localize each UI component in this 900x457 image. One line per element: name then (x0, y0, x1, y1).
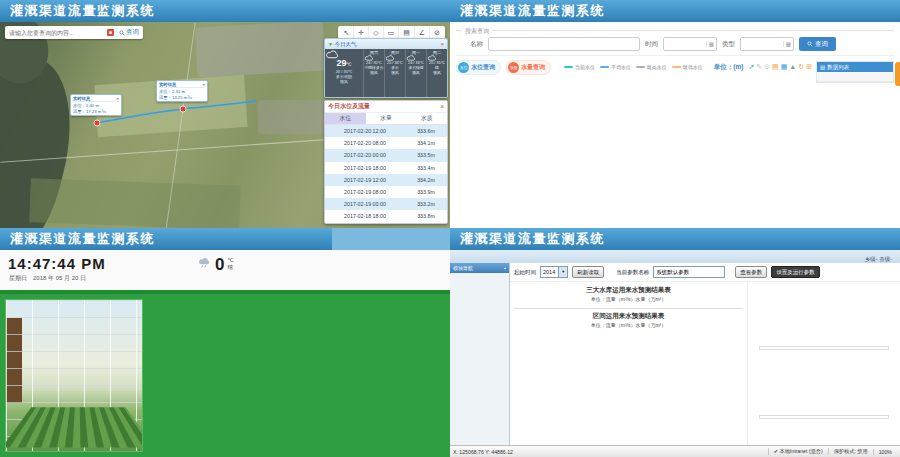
name-field-wrap (488, 37, 640, 51)
magnifier-icon (807, 41, 813, 47)
grid-view-icon[interactable]: ▦ (781, 63, 788, 71)
run-param-button[interactable]: 设置及运行参数 (771, 266, 820, 278)
search-fieldset: 搜索查询 名称 时间 ▦ 类型 ▦ 查询 (456, 30, 894, 56)
level-query-pill[interactable]: 水位 水位查询 (456, 60, 501, 75)
four-screen-dashboard: 灌溉渠道流量监测系统 查询 (0, 0, 900, 457)
pin-icon[interactable]: ▪ (504, 265, 506, 271)
forecast-day: 周六24 / 35℃小雨转多云微风 (363, 49, 384, 97)
chart-toolbar: ↗✎⊙▤▦▲↻⊞ (748, 63, 812, 71)
search-input[interactable] (7, 29, 105, 37)
outdoor-weather-desc: 晴 (227, 264, 233, 271)
reservoir-table-title: 三大水库运用来水预测结果表 (514, 286, 743, 295)
legend-marker (636, 66, 645, 68)
clock-date: 星期日 2018 年 05 月 20 日 (9, 274, 86, 283)
close-icon[interactable]: × (202, 82, 205, 87)
interval-table-title: 区间运用来水预测结果表 (514, 312, 743, 321)
table-row[interactable]: 2017-02-20 00:00333.5m (325, 149, 447, 161)
search-form-row: 名称 时间 ▦ 类型 ▦ 查询 (456, 36, 894, 56)
forecast-day: 周二25 / 35℃晴微风 (426, 49, 447, 97)
name-input[interactable] (489, 41, 639, 47)
legend-label: 平均水位 (611, 64, 631, 70)
weather-readout: 0 ℃ 晴 (198, 257, 234, 273)
station-callout[interactable]: 实时信息 × 水位：2.40 m 流量：17.23 m³/s (70, 94, 122, 116)
param-input[interactable] (653, 266, 725, 278)
page-title: 灌溉渠道流量监测系统 (10, 231, 155, 246)
table-row[interactable]: 2017-02-18 18:00333.8m (325, 210, 447, 222)
sidebar-title: 模块导航 (453, 265, 473, 271)
chart-legend: 当前水位平均水位最高水位最低水位 (564, 64, 703, 70)
table-row[interactable]: 2017-02-20 12:00333.6m (325, 125, 447, 137)
close-icon[interactable]: × (440, 103, 444, 110)
header-accent (332, 228, 450, 250)
search-button[interactable]: 查询 (116, 28, 141, 37)
table-view-icon[interactable]: ▤ (772, 63, 779, 71)
legend-item[interactable]: 平均水位 (600, 64, 631, 70)
sidebar-items (450, 273, 509, 277)
tab-水位[interactable]: 水位 (325, 113, 366, 124)
start-year-select[interactable]: 2014 ▼ (540, 266, 568, 278)
row-value: 333.5m (405, 152, 447, 158)
dropdown-icon[interactable]: ▦ (783, 41, 793, 47)
query-button-label: 查询 (815, 40, 828, 49)
row-value: 333.2m (405, 201, 447, 207)
station-marker[interactable] (180, 106, 186, 112)
table-row[interactable]: 2017-02-19 00:00333.2m (325, 198, 447, 210)
query-chart-screen: 灌溉渠道流量监测系统 搜索查询 名称 时间 ▦ 类型 ▦ 查询 (450, 0, 900, 228)
chart-area: 水位 水位查询 水量 水量查询 当前水位平均水位最高水位最低水位 单位：(m) … (456, 59, 894, 205)
target-icon[interactable]: ⊙ (764, 63, 770, 71)
weather-current: 29℃ 26 / 35℃ 多云转阴 微风 (325, 49, 363, 97)
side-panel-handle[interactable] (895, 62, 900, 86)
close-icon[interactable]: × (440, 41, 444, 47)
station-callout[interactable]: 实时信息 × 水位：2.31 m 流量：13.25 m³/s (156, 80, 208, 102)
bar-view-icon[interactable]: ▲ (789, 63, 796, 71)
volume-query-pill[interactable]: 水量 水量查询 (506, 60, 551, 75)
close-icon[interactable]: × (116, 96, 119, 101)
legend-item[interactable]: 当前水位 (564, 64, 595, 70)
data-list-header: ▤ 数据列表 (817, 62, 893, 72)
row-time: 2017-02-19 12:00 (325, 177, 405, 183)
table-row[interactable]: 2017-02-19 08:00333.9m (325, 186, 447, 198)
legend-label: 最低水位 (683, 64, 703, 70)
document-tabstrip: 乡级- 县级- (450, 250, 900, 264)
level-panel-title: 今日水位及流量 (328, 102, 370, 111)
status-protected-mode: 保护模式: 禁用 (828, 448, 873, 455)
status-zoom-level[interactable]: 100% (873, 449, 897, 455)
name-label: 名称 (470, 40, 483, 49)
legend-item[interactable]: 最高水位 (636, 64, 667, 70)
location-icon (107, 29, 114, 36)
type-label: 类型 (722, 40, 735, 49)
calendar-icon[interactable]: ▦ (706, 41, 716, 47)
edit-icon[interactable]: ✎ (756, 63, 762, 71)
reservoir-bar-chart (749, 284, 899, 346)
table-row[interactable]: 2017-02-20 08:00334.1m (325, 137, 447, 149)
table-row[interactable]: 2017-02-19 18:00333.4m (325, 162, 447, 174)
refresh-icon[interactable]: ↻ (798, 63, 804, 71)
level-panel-tabs: 水位水量水质 (325, 113, 447, 125)
query-button[interactable]: 查询 (799, 37, 836, 51)
report-content: 三大水库运用来水预测结果表 单位：流量（m³/s）水量（万m³） 区间运用来水预… (510, 282, 900, 446)
station-marker[interactable] (94, 120, 100, 126)
legend-item[interactable]: 最低水位 (672, 64, 703, 70)
row-value: 333.9m (405, 189, 447, 195)
tab-水量[interactable]: 水量 (366, 113, 407, 124)
type-input[interactable] (741, 41, 783, 47)
view-param-button[interactable]: 查看参数 (735, 266, 767, 278)
unit-label: 单位：(m) (714, 63, 744, 72)
interval-bar-chart (749, 353, 899, 415)
type-field-wrap: ▦ (740, 37, 794, 51)
tab-水质[interactable]: 水质 (406, 113, 447, 124)
weather-panel-header[interactable]: ▼ 今日天气 × (325, 39, 447, 49)
legend-marker (564, 66, 573, 68)
satellite-map[interactable]: 查询 ↖✛◇▭▤∠⊘ ▼ 今日天气 × 29℃ 26 / 35℃ 多云转阴 (0, 22, 450, 228)
map-monitor-screen: 灌溉渠道流量监测系统 查询 (0, 0, 450, 228)
start-time-label: 起始时间 (514, 269, 536, 276)
export-icon[interactable]: ⊞ (806, 63, 812, 71)
legend-marker (600, 66, 609, 68)
legend-label: 最高水位 (647, 64, 667, 70)
time-input[interactable] (664, 41, 706, 47)
refresh-button[interactable]: 刷新读取 (572, 266, 604, 278)
forecast-wind: 微风 (364, 71, 384, 76)
table-row[interactable]: 2017-02-19 12:00334.2m (325, 174, 447, 186)
trend-icon[interactable]: ↗ (748, 63, 754, 71)
level-selector-label[interactable]: 乡级- 县级- (865, 256, 892, 263)
